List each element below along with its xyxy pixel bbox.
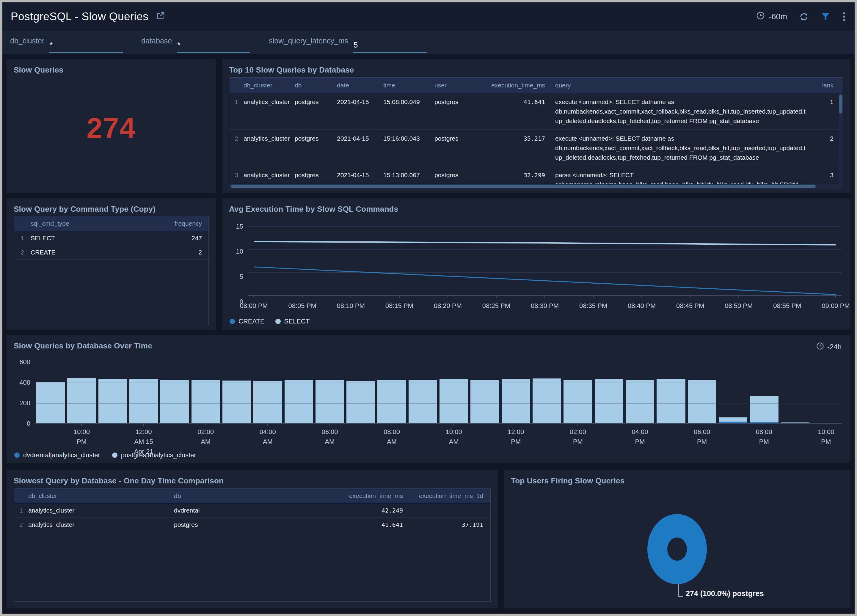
scrollbar-thumb[interactable]	[231, 185, 816, 188]
clock-icon	[756, 11, 765, 22]
panel-command-type: Slow Query by Command Type (Copy) sql_cm…	[6, 198, 216, 330]
top10-table-header: db_cluster db date time user execution_t…	[229, 77, 843, 93]
bar-slot[interactable]	[502, 379, 530, 423]
col-execution-time: execution_time_ms	[305, 492, 403, 499]
bar-slot[interactable]	[595, 379, 623, 423]
bar-segment-postgres	[285, 380, 313, 423]
panel-title: Slowest Query by Database - One Day Time…	[6, 470, 498, 485]
col-db-cluster: db_cluster	[28, 492, 174, 499]
bar-slot[interactable]	[377, 380, 406, 423]
bar-slot[interactable]	[129, 379, 158, 423]
x-tick-label: 08:05 PM	[288, 302, 316, 310]
cell-row-number: 2	[14, 521, 28, 528]
bar-slot[interactable]	[347, 381, 375, 423]
bar-segment-dvdrental	[719, 421, 747, 423]
cell-db: postgres	[295, 134, 337, 143]
cell-row-number: 1	[14, 235, 31, 242]
legend-item-create[interactable]: CREATE	[230, 318, 265, 325]
line-series-select[interactable]	[254, 241, 836, 245]
table-row[interactable]: 1analytics_clusterpostgres2021-04-1515:0…	[229, 93, 843, 130]
bar-segment-postgres	[223, 381, 251, 423]
bar-segment-postgres	[439, 379, 468, 423]
line-series-create[interactable]	[254, 267, 836, 295]
bar-slot[interactable]	[223, 381, 251, 423]
dashboard-window: PostgreSQL - Slow Queries -60m	[0, 0, 857, 616]
bar-slot[interactable]	[98, 379, 127, 423]
legend-item-select[interactable]: SELECT	[275, 318, 310, 325]
legend-label: SELECT	[284, 318, 310, 325]
bar-slot[interactable]	[316, 380, 344, 423]
bar-slot[interactable]	[470, 380, 499, 423]
x-tick-mark	[329, 424, 330, 426]
x-tick-label: 08:30 PM	[531, 302, 559, 310]
legend-dot-postgres	[112, 452, 118, 458]
y-tick-label: 200	[14, 399, 30, 407]
over-time-legend: dvdrental|analytics_cluster postgres|ana…	[14, 451, 196, 459]
bar-slot[interactable]	[36, 382, 65, 423]
panel-avg-execution-time: Avg Execution Time by Slow SQL Commands …	[222, 198, 851, 330]
bar-slot[interactable]	[439, 379, 468, 423]
kebab-menu-button[interactable]	[842, 12, 846, 22]
bar-slot[interactable]	[750, 396, 778, 423]
col-db: db	[174, 492, 305, 499]
bar-slot[interactable]	[532, 378, 561, 423]
bar-slot[interactable]	[253, 381, 282, 423]
cell-db: postgres	[295, 97, 337, 107]
panel-time-range-button[interactable]: -24h	[816, 342, 842, 352]
x-tick-label: 10:00PM	[73, 427, 90, 446]
x-tick-label: 08:55 PM	[773, 302, 801, 310]
x-tick-label: 08:00PM	[756, 427, 772, 446]
panel-time-range-label: -24h	[827, 343, 842, 351]
line-chart-canvas	[248, 224, 842, 299]
bar-slot[interactable]	[657, 379, 685, 423]
x-tick-label: 10:00PM	[818, 427, 834, 446]
table-row[interactable]: 2analytics_clusterpostgres41.64137.191	[14, 517, 490, 532]
col-db: db	[295, 82, 337, 89]
filter-latency-input[interactable]: 5	[353, 40, 427, 53]
top10-vertical-scrollbar[interactable]	[838, 93, 843, 189]
time-range-button[interactable]: -60m	[756, 11, 787, 22]
slowest-query-table: db_cluster db execution_time_ms executio…	[14, 488, 490, 602]
top10-table: db_cluster db date time user execution_t…	[229, 77, 843, 189]
table-row[interactable]: 2analytics_clusterpostgres2021-04-1515:1…	[229, 130, 843, 166]
legend-item-postgres[interactable]: postgres|analytics_cluster	[112, 451, 196, 459]
bar-slot[interactable]	[781, 423, 809, 423]
bar-slot[interactable]	[160, 380, 189, 423]
col-time: time	[383, 82, 435, 89]
top10-horizontal-scrollbar[interactable]	[229, 184, 838, 189]
table-row[interactable]: 1analytics_clusterdvdrental42.249	[14, 503, 490, 517]
filter-database: database *	[141, 36, 251, 49]
bar-slot[interactable]	[192, 380, 220, 423]
col-execution-time-1d: execution_time_ms_1d	[403, 492, 483, 499]
panel-top-users: Top Users Firing Slow Queries 274 (100.0…	[504, 470, 851, 608]
export-button[interactable]	[156, 11, 165, 22]
table-row[interactable]: 2CREATE2	[14, 245, 209, 259]
bar-segment-postgres	[626, 380, 654, 423]
bar-slot[interactable]	[285, 380, 313, 423]
x-tick-label: 06:00AM	[322, 427, 338, 446]
slow-queries-count-value: 274	[87, 112, 136, 145]
bar-slot[interactable]	[67, 378, 96, 423]
bar-slot[interactable]	[563, 380, 592, 423]
filter-latency-label: slow_query_latency_ms	[269, 37, 348, 45]
dashboard-body: Slow Queries 274 Top 10 Slow Queries by …	[2, 54, 855, 614]
gridline	[35, 362, 842, 363]
bar-segment-postgres	[563, 380, 592, 423]
x-tick-label: 08:15 PM	[385, 302, 413, 310]
bar-chart-plot: 2004006000	[35, 362, 842, 424]
table-row[interactable]: 1SELECT247	[14, 231, 209, 245]
bar-slot[interactable]	[688, 380, 716, 423]
scrollbar-thumb[interactable]	[839, 94, 842, 114]
filter-database-input[interactable]: *	[176, 40, 251, 53]
refresh-button[interactable]	[799, 12, 809, 22]
legend-item-dvdrental[interactable]: dvdrental|analytics_cluster	[14, 451, 100, 459]
x-tick-label: 04:00AM	[260, 427, 276, 446]
bar-slot[interactable]	[408, 380, 437, 423]
bar-slot[interactable]	[626, 380, 654, 423]
command-type-table-body: 1SELECT2472CREATE2	[14, 231, 209, 259]
filter-db-cluster-input[interactable]: *	[49, 40, 123, 53]
cell-user: postgres	[435, 134, 484, 143]
filter-button[interactable]	[821, 12, 830, 22]
bar-slot[interactable]	[719, 417, 747, 423]
x-tick-label: 08:45 PM	[676, 302, 704, 310]
